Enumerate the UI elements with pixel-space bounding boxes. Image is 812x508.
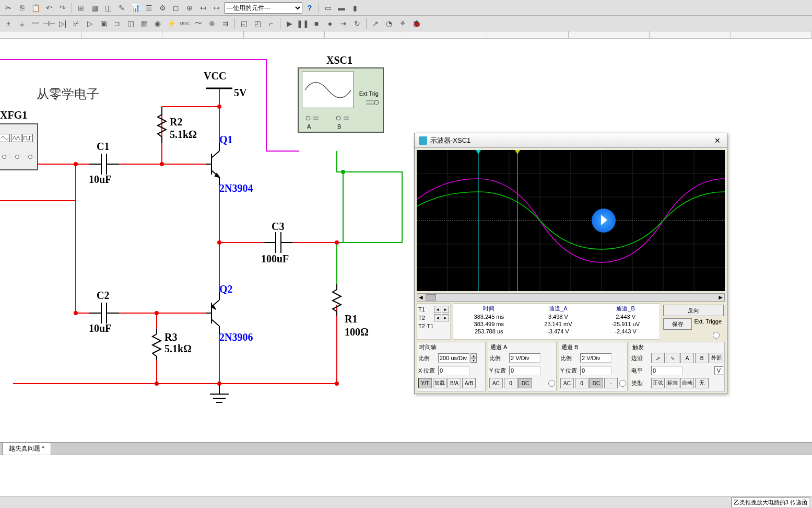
zoom-in-icon[interactable]: ⊕ [183,2,196,14]
ba-button[interactable]: B/A [448,378,461,388]
logic-icon[interactable]: ⊐ [111,17,123,30]
cha-radio[interactable] [548,380,555,387]
meter-icon[interactable]: ◔ [383,17,395,30]
cha-ac-button[interactable]: AC [489,378,503,388]
trig-std-button[interactable]: 标准 [666,378,679,388]
save-button[interactable]: 保存 [663,318,692,330]
transistor-icon[interactable]: ⊬ [70,17,83,30]
cha-0-button[interactable]: 0 [504,378,517,388]
list-icon[interactable]: ☰ [143,2,155,14]
trig-level-input[interactable] [651,366,682,375]
ext-trigger-radio[interactable] [713,332,720,339]
scale-up[interactable]: ▲ [470,353,477,358]
cha-scale-input[interactable] [509,353,540,363]
mixed-icon[interactable]: ▦ [138,17,150,30]
table-icon[interactable]: ▦ [88,2,101,14]
record-icon[interactable]: ● [324,17,336,30]
cha-ypos-input[interactable] [509,366,540,375]
sine-wave-icon[interactable] [0,134,10,142]
layers-icon[interactable]: ◫ [102,2,114,14]
forward-icon[interactable]: ↦ [210,2,223,14]
resistor-icon[interactable]: 〰 [29,17,42,30]
cha-dc-button[interactable]: DC [519,378,532,388]
scope-display[interactable] [417,150,725,291]
source-icon[interactable]: ± [2,17,15,30]
back-icon[interactable]: ↤ [197,2,209,14]
t1-left-button[interactable]: ◄ [434,306,441,313]
indicator-icon[interactable]: ◉ [151,17,164,30]
cut-icon[interactable]: ✂ [2,2,15,14]
timebase-scale-input[interactable] [438,353,469,363]
chb-ac-button[interactable]: AC [560,378,574,388]
rf-icon[interactable]: 〜 [192,17,205,30]
rising-edge-icon[interactable]: ⬀ [651,353,665,363]
trig-none-button[interactable]: 无 [695,378,709,388]
opamp-icon[interactable]: ▷ [84,17,96,30]
ab-button[interactable]: A/B [462,378,476,388]
document-tab[interactable]: 越失真问题 * [2,442,51,455]
run-button[interactable]: ▶ [283,17,296,30]
scope-scrollbar[interactable]: ◄ ► [417,293,725,302]
chb-minus-button[interactable]: - [604,378,618,388]
tool-icon[interactable]: ⚙ [156,2,169,14]
trig-ext-button[interactable]: 外部 [710,353,723,363]
em-icon[interactable]: ⊗ [206,17,218,30]
scale-down[interactable]: ▼ [470,358,477,363]
reverse-button[interactable]: 反向 [663,305,724,316]
scope-titlebar[interactable]: 示波器-XSC1 ✕ [415,133,727,148]
grid-icon[interactable]: ⊞ [75,2,87,14]
trig-sine-button[interactable]: 正弦 [651,378,665,388]
falling-edge-icon[interactable]: ⬂ [666,353,679,363]
step-icon[interactable]: ⇥ [337,17,350,30]
repeat-icon[interactable]: ↻ [351,17,363,30]
hier-icon[interactable]: ◱ [238,17,250,30]
pencil-icon[interactable]: ✎ [115,2,128,14]
xpos-input[interactable] [438,366,469,375]
pause-button[interactable]: ❚❚ [297,17,309,30]
yt-button[interactable]: Y/T [418,378,432,388]
xfg1-instrument[interactable] [0,123,38,170]
bus-icon[interactable]: ⇉ [219,17,232,30]
digital-icon[interactable]: ◫ [124,17,137,30]
t2-left-button[interactable]: ◄ [434,314,441,321]
analyze-icon[interactable]: ⚘ [396,17,409,30]
chb-dc-button[interactable]: DC [590,378,603,388]
chb-0-button[interactable]: 0 [575,378,589,388]
trig-b-button[interactable]: B [695,353,709,363]
trig-a-button[interactable]: A [680,353,694,363]
debug-icon[interactable]: 🐞 [410,17,422,30]
add-button[interactable]: 加载 [433,378,446,388]
ground-icon[interactable]: ⏚ [16,17,28,30]
t2-right-button[interactable]: ► [442,314,449,321]
view3-icon[interactable]: ▮ [349,2,361,14]
sub-icon[interactable]: ◰ [251,17,264,30]
cap-icon[interactable]: ⊣⊢ [43,17,55,30]
help-icon[interactable]: ? [303,2,316,14]
ic-icon[interactable]: ▣ [97,17,110,30]
diode-icon[interactable]: ▷| [56,17,69,30]
chb-scale-input[interactable] [580,353,611,363]
component-dropdown[interactable]: ---使用的元件--- [224,2,302,14]
stop-button[interactable]: ■ [310,17,323,30]
tri-wave-icon[interactable] [11,134,21,142]
paste-icon[interactable]: 📋 [29,2,42,14]
view1-icon[interactable]: ▭ [322,2,334,14]
schematic-canvas[interactable]: 从零学电子 [0,39,812,446]
power-icon[interactable]: ⚡ [165,17,178,30]
chart-icon[interactable]: 📊 [129,2,142,14]
square-wave-icon[interactable] [22,134,33,142]
wire-icon[interactable]: ⌐ [265,17,277,30]
redo-icon[interactable]: ↷ [56,2,69,14]
trig-auto-button[interactable]: 自动 [680,378,694,388]
misc-icon[interactable]: MISC [179,17,191,30]
chb-ypos-input[interactable] [580,366,611,375]
probe-icon[interactable]: ↗ [369,17,382,30]
copy-icon[interactable]: ⎘ [16,2,28,14]
view2-icon[interactable]: ▬ [335,2,348,14]
t1-right-button[interactable]: ► [442,306,449,313]
close-icon[interactable]: ✕ [712,135,723,146]
xsc1-instrument[interactable]: Ext Trig A B [298,67,384,133]
select-icon[interactable]: ◻ [170,2,182,14]
undo-icon[interactable]: ↶ [43,2,55,14]
chb-radio[interactable] [619,380,626,387]
